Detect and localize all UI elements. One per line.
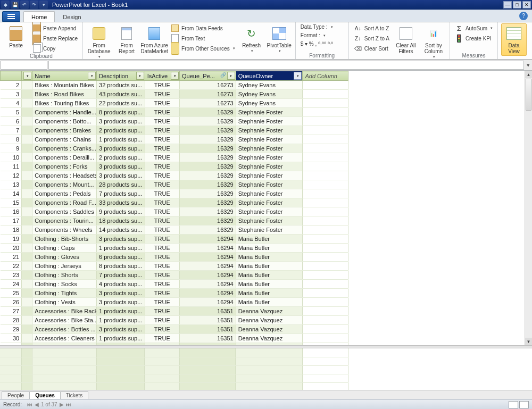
cell-name[interactable]: Clothing : Tights — [32, 289, 97, 298]
cell-isactive[interactable]: TRUE — [145, 216, 179, 226]
cell-queue-pe[interactable]: 16294 — [180, 298, 236, 307]
filter-dropdown-icon[interactable]: ▾ — [136, 72, 144, 80]
cell-queue-owner[interactable]: Stephanie Foster — [236, 180, 303, 189]
column-header-isactive[interactable]: IsActive▾ — [145, 71, 179, 81]
cell-description[interactable]: 7 products sup... — [97, 271, 145, 280]
calc-row[interactable] — [0, 382, 348, 390]
cell-add-column[interactable] — [303, 198, 348, 207]
tab-home[interactable]: Home — [23, 11, 55, 22]
cell-description[interactable]: 3 products sup... — [97, 117, 145, 126]
table-row[interactable]: 8Components : Chains1 products sup...TRU… — [1, 135, 348, 144]
cell-isactive[interactable]: TRUE — [145, 162, 179, 171]
cell-isactive[interactable]: TRUE — [145, 117, 179, 126]
cell-queue-owner[interactable]: Maria Butler — [236, 262, 303, 271]
cell-queue-owner[interactable]: Deanna Vazquez — [236, 307, 303, 316]
sort-a-to-z-button[interactable]: A↓Sort A to Z — [352, 23, 391, 33]
cell-relationship[interactable] — [22, 198, 32, 207]
add-column-header[interactable]: Add Column — [303, 71, 348, 81]
cell-isactive[interactable]: TRUE — [145, 262, 179, 271]
cell-isactive[interactable]: TRUE — [145, 271, 179, 280]
cell-relationship[interactable] — [22, 153, 32, 162]
cell-isactive[interactable]: TRUE — [145, 226, 179, 235]
cell-queue-owner[interactable]: Maria Butler — [236, 271, 303, 280]
cell-description[interactable]: 7 products sup... — [97, 189, 145, 198]
cell-relationship[interactable] — [22, 99, 32, 108]
cell-relationship[interactable] — [22, 81, 32, 90]
table-row[interactable]: 31Accessories : Fenders1 products sup...… — [1, 343, 348, 346]
cell-queue-pe[interactable]: 16273 — [180, 99, 236, 108]
cell-name[interactable]: Clothing : Caps — [32, 244, 97, 253]
cell-add-column[interactable] — [303, 99, 348, 108]
cell-add-column[interactable] — [303, 325, 348, 334]
table-row[interactable]: 14Components : Pedals7 products sup...TR… — [1, 189, 348, 198]
cell-queue-pe[interactable]: 16329 — [180, 198, 236, 207]
cell-isactive[interactable]: TRUE — [145, 99, 179, 108]
cell-queue-pe[interactable]: 16351 — [180, 343, 236, 346]
cell-isactive[interactable]: TRUE — [145, 108, 179, 117]
table-row[interactable]: 9Components : Cranks...3 products sup...… — [1, 144, 348, 153]
cell-name[interactable]: Components : Mount... — [32, 180, 97, 189]
cell-relationship[interactable] — [22, 343, 32, 346]
cell-add-column[interactable] — [303, 189, 348, 198]
cell-queue-pe[interactable]: 16329 — [180, 117, 236, 126]
cell-isactive[interactable]: TRUE — [145, 307, 179, 316]
cell-relationship[interactable] — [22, 334, 32, 343]
cell-add-column[interactable] — [303, 216, 348, 226]
cell-add-column[interactable] — [303, 298, 348, 307]
from-azure-button[interactable]: From Azure DataMarket — [142, 23, 167, 56]
cell-queue-pe[interactable]: 16329 — [180, 144, 236, 153]
table-row[interactable]: 2Bikes : Mountain Bikes32 products su...… — [1, 81, 348, 90]
cell-isactive[interactable]: TRUE — [145, 144, 179, 153]
table-row[interactable]: 12Components : Headsets3 products sup...… — [1, 171, 348, 180]
cell-add-column[interactable] — [303, 81, 348, 90]
qat-undo-icon[interactable]: ↶ — [20, 1, 29, 9]
calc-row[interactable] — [0, 365, 348, 374]
table-row[interactable]: 17Components : Tourin...18 products su..… — [1, 216, 348, 226]
calc-row[interactable] — [0, 374, 348, 382]
name-box[interactable] — [1, 61, 47, 70]
cell-isactive[interactable]: TRUE — [145, 298, 179, 307]
cell-add-column[interactable] — [303, 253, 348, 262]
table-row[interactable]: 7Components : Brakes2 products sup...TRU… — [1, 126, 348, 135]
cell-add-column[interactable] — [303, 262, 348, 271]
cell-relationship[interactable] — [22, 162, 32, 171]
cell-add-column[interactable] — [303, 108, 348, 117]
view-mode-1-button[interactable] — [509, 401, 518, 408]
data-grid[interactable]: 🔗▾ Name▾ Description▾ IsActive▾ Queue_Pe… — [0, 71, 532, 345]
cell-isactive[interactable]: TRUE — [145, 235, 179, 244]
close-button[interactable]: ✕ — [522, 1, 531, 9]
from-text-button[interactable]: From Text — [169, 34, 237, 43]
table-row[interactable]: 11Components : Forks3 products sup...TRU… — [1, 162, 348, 171]
filter-dropdown-icon[interactable]: ▾ — [294, 72, 302, 80]
cell-description[interactable]: 1 products sup... — [97, 244, 145, 253]
cell-description[interactable]: 3 products sup... — [97, 144, 145, 153]
cell-add-column[interactable] — [303, 162, 348, 171]
cell-add-column[interactable] — [303, 307, 348, 316]
cell-name[interactable]: Clothing : Bib-Shorts — [32, 235, 97, 244]
cell-name[interactable]: Components : Saddles — [32, 207, 97, 216]
cell-queue-owner[interactable]: Deanna Vazquez — [236, 334, 303, 343]
cell-description[interactable]: 28 products su... — [97, 180, 145, 189]
data-type-selector[interactable]: Data Type : — [299, 23, 335, 30]
cell-add-column[interactable] — [303, 289, 348, 298]
cell-description[interactable]: 2 products sup... — [97, 153, 145, 162]
help-button[interactable]: ? — [519, 12, 528, 20]
cell-relationship[interactable] — [22, 316, 32, 325]
cell-queue-owner[interactable]: Stephanie Foster — [236, 117, 303, 126]
cell-queue-owner[interactable]: Deanna Vazquez — [236, 343, 303, 346]
cell-queue-owner[interactable]: Stephanie Foster — [236, 216, 303, 226]
cell-description[interactable]: 1 products sup... — [97, 343, 145, 346]
paste-replace-button[interactable]: Paste Replace — [31, 34, 79, 43]
table-row[interactable]: 22Clothing : Jerseys8 products sup...TRU… — [1, 262, 348, 271]
cell-add-column[interactable] — [303, 171, 348, 180]
calc-row[interactable] — [0, 357, 348, 365]
cell-queue-pe[interactable]: 16294 — [180, 235, 236, 244]
format-selector[interactable]: Format : — [299, 32, 327, 39]
cell-relationship[interactable] — [22, 307, 32, 316]
cell-relationship[interactable] — [22, 226, 32, 235]
cell-add-column[interactable] — [303, 316, 348, 325]
cell-queue-owner[interactable]: Maria Butler — [236, 298, 303, 307]
cell-name[interactable]: Bikes : Mountain Bikes — [32, 81, 97, 90]
cell-name[interactable]: Components : Headsets — [32, 171, 97, 180]
clear-all-filters-button[interactable]: Clear All Filters — [393, 23, 419, 56]
